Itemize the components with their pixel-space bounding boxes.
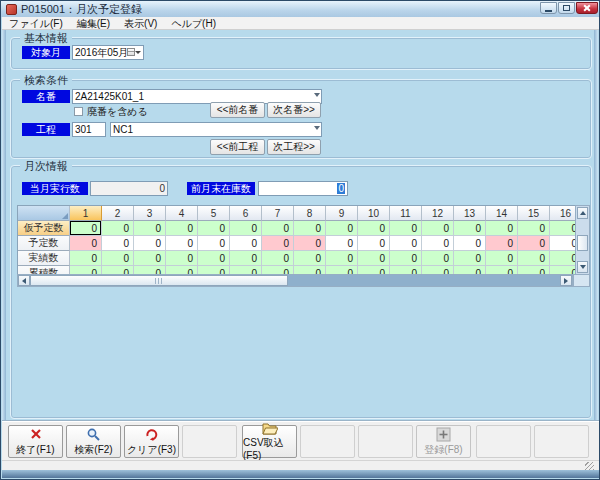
grid-column-header[interactable]: 1: [70, 206, 102, 221]
minimize-button[interactable]: [540, 2, 557, 14]
grid-cell[interactable]: 0: [390, 236, 422, 251]
grid-cell[interactable]: 0: [326, 236, 358, 251]
grid-cell[interactable]: 0: [134, 221, 166, 236]
grid-cell[interactable]: 0: [230, 221, 262, 236]
grid-cell[interactable]: 0: [486, 236, 518, 251]
grid-cell[interactable]: 0: [358, 251, 390, 266]
grid-column-header[interactable]: 9: [326, 206, 358, 221]
grid-column-header[interactable]: 14: [486, 206, 518, 221]
grid-cell[interactable]: 0: [166, 251, 198, 266]
grid-cell[interactable]: 0: [230, 236, 262, 251]
menu-view[interactable]: 表示(V): [117, 17, 164, 30]
grid-cell[interactable]: 0: [230, 251, 262, 266]
horizontal-scroll-thumb[interactable]: [30, 275, 288, 286]
function-button-検索f2[interactable]: 検索(F2): [66, 425, 121, 458]
prev-stock-label: 前月末在庫数: [187, 182, 255, 195]
grid-cell[interactable]: 0: [518, 251, 550, 266]
grid-column-header[interactable]: 13: [454, 206, 486, 221]
prev-process-button[interactable]: <<前工程: [210, 139, 265, 155]
scroll-right-button[interactable]: [560, 275, 572, 286]
grid-cell[interactable]: 0: [326, 251, 358, 266]
grid-cell[interactable]: 0: [102, 251, 134, 266]
prev-stock-field[interactable]: 0: [258, 181, 348, 196]
grid-cell[interactable]: 0: [134, 236, 166, 251]
grid-cell[interactable]: 0: [166, 221, 198, 236]
grid-cell[interactable]: 0: [358, 236, 390, 251]
next-process-button[interactable]: 次工程>>: [267, 139, 321, 155]
function-button-csv取込f5[interactable]: CSV取込(F5): [242, 425, 297, 458]
grid-column-header[interactable]: 15: [518, 206, 550, 221]
grid-cell[interactable]: 0: [422, 236, 454, 251]
maximize-button[interactable]: [558, 2, 575, 14]
grid-cell[interactable]: 0: [550, 221, 577, 236]
grid-cell[interactable]: 0: [550, 251, 577, 266]
grid-cell[interactable]: 0: [518, 221, 550, 236]
prev-part-button[interactable]: <<前名番: [210, 102, 265, 118]
menu-file[interactable]: ファイル(F): [2, 17, 70, 30]
grid-cell[interactable]: 0: [102, 236, 134, 251]
grid-column-header[interactable]: 2: [102, 206, 134, 221]
grid-cell[interactable]: 0: [294, 251, 326, 266]
grid-cell[interactable]: 0: [198, 221, 230, 236]
process-code-input[interactable]: 301: [72, 122, 106, 137]
grid-cell[interactable]: 0: [518, 236, 550, 251]
grid-cell[interactable]: 0: [550, 236, 577, 251]
grid-cell[interactable]: 0: [326, 221, 358, 236]
function-button-クリアf3[interactable]: クリア(F3): [124, 425, 179, 458]
grid-cell[interactable]: 0: [166, 236, 198, 251]
grid-cell[interactable]: 0: [294, 221, 326, 236]
grid-cell[interactable]: 0: [134, 251, 166, 266]
calendar-dropdown-icon[interactable]: [127, 48, 141, 57]
grid-cell[interactable]: 0: [390, 251, 422, 266]
grid-cell[interactable]: 0: [198, 236, 230, 251]
grid-vertical-scrollbar[interactable]: [575, 205, 590, 275]
grid-column-header[interactable]: 3: [134, 206, 166, 221]
grid-column-header[interactable]: 16: [550, 206, 577, 221]
grid-cell[interactable]: 0: [70, 221, 102, 236]
grid-cell[interactable]: 0: [70, 236, 102, 251]
grid-column-header[interactable]: 5: [198, 206, 230, 221]
grid-cell[interactable]: 0: [262, 221, 294, 236]
grid-cell[interactable]: 0: [454, 236, 486, 251]
menu-help[interactable]: ヘルプ(H): [164, 17, 223, 30]
grid-column-header[interactable]: 8: [294, 206, 326, 221]
function-button-終了f1[interactable]: 終了(F1): [8, 425, 63, 458]
grid-cell[interactable]: 0: [486, 221, 518, 236]
close-button[interactable]: [576, 2, 598, 14]
grid-cell[interactable]: 0: [454, 221, 486, 236]
grid-cell[interactable]: 0: [262, 251, 294, 266]
chevron-down-icon[interactable]: [314, 93, 320, 97]
menu-edit[interactable]: 編集(E): [70, 17, 117, 30]
grid-column-header[interactable]: 11: [390, 206, 422, 221]
vertical-scroll-thumb[interactable]: [577, 235, 588, 251]
grid-cell[interactable]: 0: [70, 251, 102, 266]
grid-horizontal-scrollbar[interactable]: [17, 274, 573, 287]
grid-row-label[interactable]: 予定数: [18, 236, 70, 251]
scroll-up-button[interactable]: [577, 207, 588, 219]
grid-cell[interactable]: 0: [102, 221, 134, 236]
grid-column-header[interactable]: 10: [358, 206, 390, 221]
grid-cell[interactable]: 0: [422, 221, 454, 236]
grid-cell[interactable]: 0: [390, 221, 422, 236]
grid-column-header[interactable]: 12: [422, 206, 454, 221]
grid-column-header[interactable]: 7: [262, 206, 294, 221]
grid-cell[interactable]: 0: [262, 236, 294, 251]
grid-cell[interactable]: 0: [422, 251, 454, 266]
chevron-down-icon[interactable]: [314, 126, 320, 130]
process-name-combo[interactable]: NC1: [110, 122, 322, 137]
scroll-down-button[interactable]: [577, 261, 588, 273]
grid-cell[interactable]: 0: [486, 251, 518, 266]
grid-column-header[interactable]: 4: [166, 206, 198, 221]
target-month-picker[interactable]: 2016年05月: [72, 45, 144, 60]
grid-row-label[interactable]: 仮予定数: [18, 221, 70, 236]
grid-cell[interactable]: 0: [454, 251, 486, 266]
grid-cell[interactable]: 0: [358, 221, 390, 236]
grid-cell[interactable]: 0: [294, 236, 326, 251]
grid-cell[interactable]: 0: [198, 251, 230, 266]
grid-column-header[interactable]: 6: [230, 206, 262, 221]
scroll-left-button[interactable]: [18, 275, 30, 286]
include-discontinued-checkbox[interactable]: [74, 107, 83, 116]
grid-corner-cell[interactable]: [18, 206, 70, 221]
grid-row-label[interactable]: 実績数: [18, 251, 70, 266]
next-part-button[interactable]: 次名番>>: [267, 102, 321, 118]
